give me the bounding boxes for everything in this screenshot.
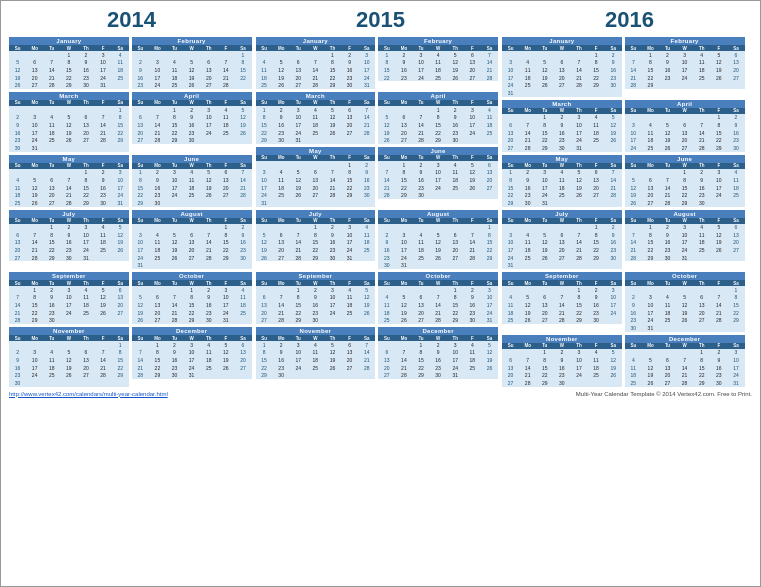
day-cell: 7 xyxy=(570,59,587,67)
days-grid: 1234567891011121314151617181920212223242… xyxy=(9,51,129,89)
day-cell: 8 xyxy=(149,349,166,357)
day-cell: 8 xyxy=(536,356,553,364)
day-cell: 31 xyxy=(570,144,587,152)
day-cell: 8 xyxy=(26,294,43,302)
day-cell xyxy=(307,199,324,207)
day-cell: 10 xyxy=(481,294,498,302)
day-cell: 22 xyxy=(536,371,553,379)
day-cell: 29 xyxy=(412,371,429,379)
day-cell: 9 xyxy=(183,114,200,122)
day-cell: 12 xyxy=(26,184,43,192)
day-cell: 29 xyxy=(430,136,447,144)
day-cell: 17 xyxy=(464,121,481,129)
days-grid: 1234567891011121314151617181920212223242… xyxy=(378,161,498,199)
month-may: MaySuMoTuWThFSa1234567891011121314151617… xyxy=(9,155,129,207)
day-cell: 12 xyxy=(642,364,659,372)
day-cell: 14 xyxy=(307,66,324,74)
day-cell: 12 xyxy=(447,59,464,67)
day-cell: 17 xyxy=(77,239,94,247)
day-cell: 25 xyxy=(588,136,605,144)
month-header: September xyxy=(256,272,376,280)
day-cell xyxy=(9,106,26,114)
day-cell xyxy=(625,51,642,59)
day-cell: 5 xyxy=(481,341,498,349)
day-cell xyxy=(290,371,307,379)
day-cell: 14 xyxy=(290,239,307,247)
day-cell: 16 xyxy=(43,301,60,309)
day-cell: 10 xyxy=(395,239,412,247)
day-cell: 8 xyxy=(183,294,200,302)
day-cell xyxy=(200,371,217,379)
day-cell: 7 xyxy=(60,176,77,184)
month-header: December xyxy=(625,335,745,343)
day-cell: 31 xyxy=(77,254,94,262)
day-cell: 27 xyxy=(9,254,26,262)
day-cell: 4 xyxy=(43,114,60,122)
day-cell: 3 xyxy=(341,224,358,232)
day-cell: 29 xyxy=(60,81,77,89)
day-cell: 22 xyxy=(43,246,60,254)
footer-link[interactable]: http://www.vertex42.com/calendars/multi-… xyxy=(9,391,168,397)
month-october: OctoberSuMoTuWThFSa123456789101112131415… xyxy=(132,272,252,324)
day-cell: 29 xyxy=(43,254,60,262)
day-cell: 29 xyxy=(536,144,553,152)
day-cell: 22 xyxy=(378,74,395,82)
day-cell: 8 xyxy=(217,231,234,239)
day-cell xyxy=(412,106,429,114)
day-cell xyxy=(43,144,60,152)
day-cell: 6 xyxy=(200,59,217,67)
day-cell: 24 xyxy=(77,246,94,254)
day-cell: 6 xyxy=(481,161,498,169)
day-cell: 12 xyxy=(234,114,251,122)
day-cell: 14 xyxy=(625,66,642,74)
day-cell: 14 xyxy=(659,184,676,192)
day-cell: 31 xyxy=(447,371,464,379)
day-cell xyxy=(605,261,622,269)
day-cell: 26 xyxy=(217,364,234,372)
day-cell: 9 xyxy=(166,349,183,357)
day-cell: 3 xyxy=(642,294,659,302)
day-cell: 17 xyxy=(341,239,358,247)
month-november: NovemberSuMoTuWThFSa12345678910111213141… xyxy=(9,327,129,387)
day-cell xyxy=(60,106,77,114)
day-cell: 9 xyxy=(464,294,481,302)
day-cell: 16 xyxy=(727,129,744,137)
day-cell xyxy=(727,254,744,262)
day-cell: 7 xyxy=(519,356,536,364)
days-grid: 1234567891011121314151617181920212223242… xyxy=(132,286,252,324)
day-cell: 29 xyxy=(710,144,727,152)
day-cell: 13 xyxy=(502,129,519,137)
day-cell xyxy=(570,261,587,269)
day-cell: 16 xyxy=(234,239,251,247)
day-cell: 6 xyxy=(395,114,412,122)
month-september: SeptemberSuMoTuWThFSa1234567891011121314… xyxy=(9,272,129,324)
day-cell: 16 xyxy=(166,356,183,364)
day-cell: 25 xyxy=(9,199,26,207)
day-cell: 29 xyxy=(481,254,498,262)
day-cell: 20 xyxy=(642,191,659,199)
day-cell: 19 xyxy=(519,309,536,317)
day-cell xyxy=(447,224,464,232)
month-header: October xyxy=(625,272,745,280)
day-cell xyxy=(149,51,166,59)
day-cell: 23 xyxy=(43,309,60,317)
day-cell: 25 xyxy=(588,371,605,379)
day-cell xyxy=(625,286,642,294)
month-header: July xyxy=(256,210,376,218)
day-cell: 8 xyxy=(502,176,519,184)
day-cell: 15 xyxy=(183,301,200,309)
day-cell: 10 xyxy=(341,231,358,239)
day-cell: 6 xyxy=(502,121,519,129)
day-cell: 18 xyxy=(412,246,429,254)
day-cell: 8 xyxy=(693,356,710,364)
day-cell: 21 xyxy=(95,364,112,372)
day-cell: 23 xyxy=(9,136,26,144)
day-cell: 24 xyxy=(290,129,307,137)
day-cell: 9 xyxy=(412,169,429,177)
day-cell: 14 xyxy=(570,239,587,247)
day-cell: 13 xyxy=(553,239,570,247)
day-cell: 31 xyxy=(341,254,358,262)
day-cell: 14 xyxy=(553,301,570,309)
day-cell xyxy=(710,254,727,262)
day-cell: 6 xyxy=(77,349,94,357)
